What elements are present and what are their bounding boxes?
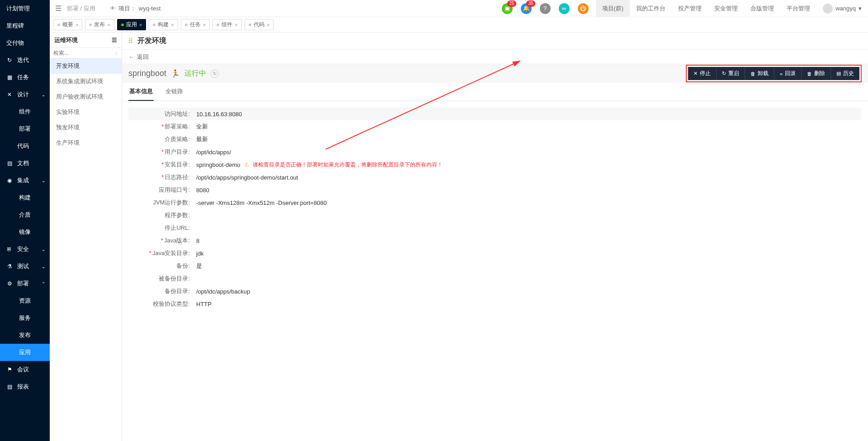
- breadcrumb: 部署 / 应用: [67, 5, 95, 13]
- detail-row-5: *日志路径:/opt/idc/apps/springboot-demo/star…: [128, 171, 862, 184]
- env-item-0[interactable]: 开发环境: [50, 58, 122, 74]
- sidebar-label: 资源: [19, 297, 31, 305]
- tab-1[interactable]: 发布×: [85, 19, 114, 30]
- notify-green-icon[interactable]: ▣25: [502, 3, 513, 14]
- detail-row-2: 介质策略:最新: [128, 133, 862, 146]
- user-menu[interactable]: wangyq ▾: [816, 4, 868, 14]
- sidebar-icon: ↻: [6, 57, 13, 63]
- warn-text: 请检查目录是否正确！部署时如果允许覆盖，将删除所配置目录下的所有内容！: [253, 161, 443, 169]
- sidebar-item-16[interactable]: ⚙部署⌃: [0, 275, 50, 292]
- sidebar-item-3[interactable]: ↻迭代: [0, 52, 50, 69]
- sidebar-item-12[interactable]: 介质: [0, 206, 50, 223]
- sidebar-label: 文档: [17, 159, 29, 167]
- action-icon: 🗑: [750, 71, 755, 76]
- topnav-item-0[interactable]: 项目(群): [596, 0, 630, 17]
- close-icon[interactable]: ×: [139, 22, 142, 28]
- tab-4[interactable]: 任务×: [181, 19, 210, 30]
- topnav-item-3[interactable]: 安全管理: [708, 0, 744, 17]
- sidebar-label: 服务: [19, 314, 31, 322]
- sidebar-item-18[interactable]: 服务: [0, 309, 50, 327]
- sidebar-item-7[interactable]: 部署: [0, 120, 50, 138]
- back-button[interactable]: ← 返回: [122, 50, 868, 64]
- env-list: 开发环境系统集成测试环境用户验收测试环境实验环境预发环境生产环境: [50, 58, 122, 441]
- sidebar-item-11[interactable]: 构建: [0, 189, 50, 206]
- detail-label: *安装目录:: [128, 161, 196, 169]
- sidebar-item-22[interactable]: ▤报表: [0, 378, 50, 395]
- env-search-input[interactable]: [53, 50, 115, 56]
- help-icon[interactable]: ?: [540, 3, 551, 14]
- sidebar-item-21[interactable]: ⚑会议: [0, 361, 50, 378]
- eye-icon: 👁: [110, 5, 116, 12]
- project-info[interactable]: 👁 项目： wyq-test: [110, 5, 160, 13]
- detail-row-6: 应用端口号:8080: [128, 184, 862, 196]
- env-item-1[interactable]: 系统集成测试环境: [50, 74, 122, 89]
- env-item-3[interactable]: 实验环境: [50, 104, 122, 120]
- tab-2[interactable]: 应用×: [117, 19, 146, 30]
- topnav-item-5[interactable]: 平台管理: [780, 0, 816, 17]
- sidebar-item-9[interactable]: ▤文档: [0, 155, 50, 172]
- env-item-5[interactable]: 生产环境: [50, 135, 122, 151]
- sidebar-item-15[interactable]: ⚗测试⌄: [0, 258, 50, 275]
- sub-tab-0[interactable]: 基本信息: [128, 83, 154, 101]
- detail-label: JVM运行参数:: [128, 199, 196, 207]
- action-btn-停止[interactable]: ✕停止: [688, 67, 717, 80]
- sidebar-item-13[interactable]: 镜像: [0, 223, 50, 241]
- action-btn-卸载[interactable]: 🗑卸载: [745, 67, 774, 80]
- refresh-icon[interactable]: ↻: [211, 70, 219, 78]
- sidebar-icon: ⛨: [6, 246, 13, 252]
- sub-tab-1[interactable]: 全链路: [165, 83, 184, 101]
- tab-5[interactable]: 组件×: [212, 19, 241, 30]
- sidebar-item-10[interactable]: ◉集成⌄: [0, 172, 50, 189]
- tab-label: 发布: [94, 21, 105, 28]
- action-btn-历史[interactable]: ▤历史: [831, 67, 859, 80]
- menu-icon[interactable]: ☰: [112, 37, 117, 43]
- action-btn-删除[interactable]: 🗑删除: [802, 67, 831, 80]
- sidebar-item-6[interactable]: 组件: [0, 103, 50, 120]
- tab-0[interactable]: 概要×: [53, 19, 82, 30]
- power-icon[interactable]: ⏻: [578, 3, 589, 14]
- action-btn-回滚[interactable]: «回滚: [774, 67, 802, 80]
- sidebar-label: 构建: [19, 194, 31, 202]
- sidebar-item-17[interactable]: 资源: [0, 292, 50, 309]
- sidebar-item-4[interactable]: ▦任务: [0, 69, 50, 86]
- topnav-item-2[interactable]: 投产管理: [672, 0, 708, 17]
- sidebar-item-5[interactable]: ✕设计⌄: [0, 86, 50, 103]
- sidebar-item-14[interactable]: ⛨安全⌄: [0, 241, 50, 258]
- sidebar-label: 镜像: [19, 228, 31, 236]
- sidebar-item-2[interactable]: 交付物: [0, 34, 50, 52]
- app-name: springboot: [128, 69, 166, 78]
- sidebar-item-19[interactable]: 发布: [0, 327, 50, 344]
- action-label: 历史: [843, 70, 854, 77]
- hamburger-icon[interactable]: ☰: [55, 4, 61, 13]
- sidebar-item-8[interactable]: 代码: [0, 138, 50, 155]
- sidebar-item-0[interactable]: 计划管理: [0, 0, 50, 17]
- close-icon[interactable]: ×: [267, 22, 269, 28]
- sidebar-label: 任务: [17, 73, 29, 81]
- detail-value: /opt/idc/apps/backup: [196, 288, 250, 295]
- sidebar-icon: ◉: [6, 177, 13, 184]
- detail-label: 程序参数:: [128, 211, 196, 219]
- detail-value: 是: [196, 262, 202, 270]
- close-icon[interactable]: ×: [75, 22, 78, 28]
- sidebar-label: 部署: [19, 125, 31, 133]
- notify-bell-icon[interactable]: 🔔35: [521, 3, 532, 14]
- link-icon[interactable]: ∞: [559, 3, 570, 14]
- env-item-4[interactable]: 预发环境: [50, 120, 122, 135]
- tab-dot-icon: [185, 24, 188, 26]
- close-icon[interactable]: ×: [171, 22, 174, 28]
- env-item-2[interactable]: 用户验收测试环境: [50, 89, 122, 104]
- topnav-item-4[interactable]: 合版管理: [744, 0, 780, 17]
- tab-3[interactable]: 构建×: [149, 19, 178, 30]
- close-icon[interactable]: ×: [107, 22, 110, 28]
- action-icon: ▤: [836, 71, 841, 76]
- chevron-icon: ⌄: [42, 178, 45, 183]
- topnav-item-1[interactable]: 我的工作台: [630, 0, 672, 17]
- close-icon[interactable]: ×: [235, 22, 237, 28]
- sidebar-item-1[interactable]: 里程碑: [0, 17, 50, 34]
- sidebar-icon: ✕: [6, 91, 13, 98]
- action-btn-重启[interactable]: ↻重启: [717, 67, 745, 80]
- tab-6[interactable]: 代码×: [245, 19, 274, 30]
- sidebar-item-20[interactable]: 应用: [0, 344, 50, 361]
- avatar-icon: [823, 4, 833, 14]
- close-icon[interactable]: ×: [203, 22, 206, 28]
